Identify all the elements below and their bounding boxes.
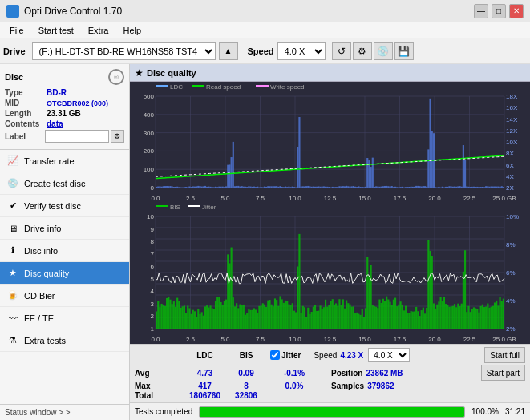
jitter-col-header: Jitter [281, 351, 301, 360]
sidebar-item-fe-te[interactable]: 〰 FE / TE [0, 307, 129, 329]
charts-container [130, 82, 530, 344]
menu-file[interactable]: File [3, 24, 30, 37]
stats-speed-select[interactable]: 4.0 X [368, 348, 410, 362]
nav-create-test-label: Create test disc [24, 179, 85, 188]
position-label: Position [331, 369, 362, 378]
bis-col-header: BIS [227, 351, 265, 360]
extra-tests-icon: ⚗ [6, 334, 19, 347]
samples-value: 379862 [367, 382, 394, 390]
menu-bar: File Start test Extra Help [0, 22, 530, 38]
panel-header: ★ Disc quality [130, 64, 530, 82]
app-title: Opti Drive Control 1.70 [24, 6, 122, 17]
panel-title: Disc quality [147, 68, 196, 78]
drive-info-icon: 🖥 [6, 222, 19, 235]
bottom-progress-fill [200, 407, 464, 417]
max-label: Max [135, 382, 183, 390]
sidebar-item-create-test-disc[interactable]: 💿 Create test disc [0, 172, 129, 195]
length-label: Length [5, 109, 47, 118]
nav-disc-info-label: Disc info [24, 246, 58, 256]
maximize-button[interactable]: □ [492, 4, 506, 18]
avg-bis: 0.09 [227, 369, 265, 378]
avg-ldc: 4.73 [183, 369, 227, 378]
sidebar-item-disc-info[interactable]: ℹ Disc info [0, 240, 129, 262]
transfer-rate-icon: 📈 [6, 155, 19, 168]
title-bar: Opti Drive Control 1.70 — □ ✕ [0, 0, 530, 22]
avg-label: Avg [135, 369, 183, 378]
avg-jitter: -0.1% [270, 369, 318, 378]
speed-label: Speed [248, 46, 274, 56]
minimize-button[interactable]: — [474, 4, 488, 18]
sidebar-item-cd-bier[interactable]: 🍺 CD Bier [0, 285, 129, 307]
drive-toolbar: Drive (F:) HL-DT-ST BD-RE WH16NS58 TST4 … [0, 38, 530, 64]
nav-transfer-rate-label: Transfer rate [24, 156, 75, 166]
start-part-button[interactable]: Start part [481, 365, 525, 381]
drive-select[interactable]: (F:) HL-DT-ST BD-RE WH16NS58 TST4 [32, 42, 216, 60]
sidebar: Disc ◎ Type BD-R MID OTCBDR002 (000) Len… [0, 64, 130, 420]
sidebar-item-transfer-rate[interactable]: 📈 Transfer rate [0, 150, 129, 172]
elapsed-time: 31:21 [505, 407, 525, 416]
nav-verify-test-label: Verify test disc [24, 201, 81, 211]
panel-icon: ★ [135, 67, 144, 79]
app-icon [6, 5, 19, 18]
nav-drive-info-label: Drive info [24, 224, 61, 233]
sidebar-item-verify-test-disc[interactable]: ✔ Verify test disc [0, 195, 129, 217]
save-icon[interactable]: 💾 [394, 42, 414, 60]
fe-te-icon: 〰 [6, 312, 19, 325]
disc-info-icon: ℹ [6, 244, 19, 257]
type-value: BD-R [47, 88, 67, 97]
nav-disc-quality-label: Disc quality [24, 269, 69, 278]
nav-fe-te-label: FE / TE [24, 313, 54, 323]
verify-test-icon: ✔ [6, 200, 19, 212]
sidebar-item-extra-tests[interactable]: ⚗ Extra tests [0, 329, 129, 352]
length-value: 23.31 GB [47, 109, 81, 118]
disc-section-title: Disc [5, 72, 23, 82]
speed-stat-value: 4.23 X [340, 351, 363, 360]
main-layout: Disc ◎ Type BD-R MID OTCBDR002 (000) Len… [0, 64, 530, 420]
sidebar-item-disc-quality[interactable]: ★ Disc quality [0, 262, 129, 285]
cd-bier-icon: 🍺 [6, 289, 19, 302]
mid-label: MID [5, 99, 47, 107]
menu-extra[interactable]: Extra [82, 24, 115, 37]
settings-icon[interactable]: ⚙ [353, 42, 372, 60]
label-input[interactable] [45, 130, 109, 143]
jitter-checkbox[interactable] [270, 350, 280, 360]
bottom-status-text: Tests completed [135, 407, 192, 416]
refresh-icon[interactable]: ↺ [332, 42, 351, 60]
sidebar-item-drive-info[interactable]: 🖥 Drive info [0, 217, 129, 240]
label-label: Label [5, 132, 45, 141]
nav-cd-bier-label: CD Bier [24, 291, 55, 301]
total-bis: 32806 [227, 391, 265, 400]
position-value: 23862 MB [366, 369, 403, 378]
close-button[interactable]: ✕ [509, 4, 524, 18]
status-window-label: Status window > > [5, 408, 71, 417]
menu-start-test[interactable]: Start test [32, 24, 80, 37]
status-window-button[interactable]: Status window > > [5, 408, 124, 417]
max-bis: 8 [227, 382, 265, 390]
contents-value[interactable]: data [47, 119, 63, 128]
ldc-col-header: LDC [183, 351, 227, 360]
samples-label: Samples [331, 382, 364, 390]
mid-value: OTCBDR002 (000) [47, 99, 108, 107]
drive-label: Drive [3, 46, 26, 56]
total-label: Total [135, 391, 183, 400]
eject-button[interactable]: ▲ [219, 42, 238, 60]
type-label: Type [5, 88, 47, 97]
disc-panel: Disc ◎ Type BD-R MID OTCBDR002 (000) Len… [0, 64, 129, 150]
menu-help[interactable]: Help [116, 24, 148, 37]
disc-icon[interactable]: 💿 [374, 42, 393, 60]
total-ldc: 1806760 [183, 391, 227, 400]
lower-chart [130, 202, 530, 343]
contents-label: Contents [5, 119, 47, 128]
max-jitter: 0.0% [270, 382, 318, 390]
stats-bar: LDC BIS Jitter Speed 4.23 X 4.0 X Start … [130, 344, 530, 402]
nav-extra-tests-label: Extra tests [24, 336, 66, 345]
speed-stat-label: Speed [314, 351, 337, 360]
disc-quality-icon: ★ [6, 267, 19, 280]
bottom-status-bar: Tests completed 100.0% 31:21 [130, 402, 530, 420]
upper-chart [130, 82, 530, 202]
start-full-button[interactable]: Start full [484, 347, 525, 363]
speed-select[interactable]: 4.0 X [277, 42, 326, 60]
sidebar-bottom: Status window > > [0, 404, 129, 420]
label-set-button[interactable]: ⚙ [111, 130, 124, 143]
bottom-progress-bar [199, 406, 465, 418]
